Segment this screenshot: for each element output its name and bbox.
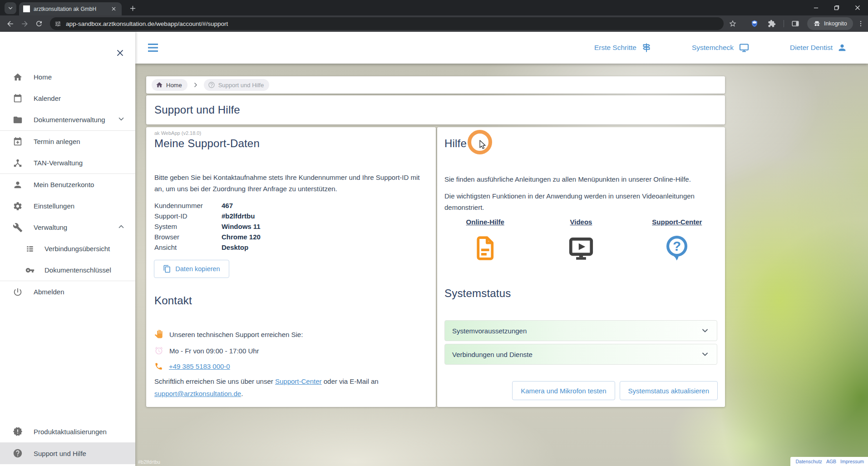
kamera-mikrofon-testen-button[interactable]: Kamera und Mikrofon testen — [512, 381, 615, 400]
breadcrumb-home[interactable]: Home — [152, 79, 187, 91]
sidebar-item-verbindungsuebersicht[interactable]: Verbindungsübersicht — [0, 238, 135, 259]
sidebar-item-label: Dokumentenschlüssel — [44, 266, 111, 274]
field-label: System — [154, 223, 222, 230]
power-icon — [13, 287, 23, 297]
erste-schritte-label: Erste Schritte — [594, 44, 636, 52]
erste-schritte-link[interactable]: Erste Schritte — [594, 42, 652, 53]
phone-link[interactable]: +49 385 5183 000-0 — [169, 362, 230, 370]
help-card: Hilfe Sie finden ausführliche Anleitunge… — [437, 127, 725, 407]
page-title-bar: Support und Hilfe — [146, 95, 725, 124]
field-label: Support-ID — [154, 212, 222, 220]
extension-shield-icon[interactable] — [749, 18, 760, 29]
list-icon — [25, 244, 35, 253]
support-center-link[interactable]: Support-Center — [629, 218, 725, 226]
written-contact-text: Schriftlich erreichen Sie uns über unser… — [154, 375, 424, 400]
sidebar-item-label: Termin anlegen — [34, 138, 80, 145]
menu-hamburger-button[interactable] — [148, 43, 159, 52]
hamburger-icon — [148, 43, 159, 52]
accordion-verbindungen-dienste[interactable]: Verbindungen und Dienste — [444, 344, 717, 365]
breadcrumb-home-label: Home — [166, 82, 182, 89]
support-data-title: Meine Support-Daten — [154, 137, 260, 150]
restore-button[interactable] — [826, 0, 847, 15]
incognito-icon — [813, 20, 821, 28]
online-hilfe-icon-button[interactable] — [437, 234, 533, 263]
home-icon — [156, 81, 163, 89]
sidebar-item-support-und-hilfe[interactable]: Support und Hilfe — [0, 442, 135, 464]
sidebar-item-benutzerkonto[interactable]: Mein Benutzerkonto — [0, 174, 135, 195]
videos-link[interactable]: Videos — [533, 218, 629, 226]
user-menu[interactable]: Dieter Dentist — [790, 43, 847, 53]
support-email-link[interactable]: support@arztkonsultation.de — [154, 390, 241, 397]
bookmark-star-icon[interactable] — [727, 18, 738, 29]
tab-search-button[interactable] — [5, 2, 16, 14]
person-icon — [837, 43, 847, 53]
breadcrumb-current-label: Support und Hilfe — [218, 82, 264, 89]
incognito-badge[interactable]: Inkognito — [807, 17, 853, 30]
question-bubble-icon: ? — [663, 234, 690, 263]
support-center-link[interactable]: Support-Center — [275, 377, 322, 385]
close-icon — [116, 49, 124, 57]
accordion-label: Verbindungen und Dienste — [452, 351, 533, 358]
new-tab-button[interactable] — [127, 3, 138, 14]
browser-menu-kebab-icon[interactable] — [855, 18, 866, 29]
forward-button[interactable] — [19, 18, 30, 29]
support-fields: Kundennummer467 Support-ID#b2lfdrtbu Sys… — [154, 200, 261, 253]
systemcheck-link[interactable]: Systemcheck — [692, 42, 750, 53]
sidebar-item-produktaktualisierungen[interactable]: Produktaktualisierungen — [0, 421, 135, 442]
sidebar-close-button[interactable] — [114, 47, 125, 58]
sidebar-item-dokumentenverwaltung[interactable]: Dokumentenverwaltung — [0, 109, 135, 130]
minimize-button[interactable] — [805, 0, 826, 15]
accordion-label: Systemvoraussetzungen — [452, 327, 527, 335]
tab-close-icon[interactable] — [110, 5, 118, 13]
breadcrumb-current: Support und Hilfe — [204, 79, 269, 91]
sidebar-item-termin-anlegen[interactable]: Termin anlegen — [0, 131, 135, 152]
back-button[interactable] — [5, 18, 15, 29]
chevron-up-icon — [117, 223, 125, 232]
wrench-icon — [13, 223, 23, 233]
app-header: Erste Schritte Systemcheck Dieter Dentis… — [135, 32, 868, 64]
sidebar-item-verwaltung[interactable]: Verwaltung — [0, 217, 135, 238]
datenschutz-link[interactable]: Datenschutz — [796, 459, 822, 464]
sidebar-item-tan-verwaltung[interactable]: TAN-Verwaltung — [0, 152, 135, 174]
help-links: Online-Hilfe Videos Support-Center — [437, 218, 725, 226]
sidebar-item-label: Produktaktualisierungen — [34, 428, 107, 436]
help-paragraph-1: Sie finden ausführliche Anleitungen zu a… — [444, 174, 717, 185]
systemcheck-label: Systemcheck — [692, 44, 734, 52]
sidebar-item-kalender[interactable]: Kalender — [0, 88, 135, 109]
home-icon — [13, 72, 23, 82]
sidebar-item-home[interactable]: Home — [0, 66, 135, 88]
sidebar-item-dokumentenschluessel[interactable]: Dokumentenschlüssel — [0, 259, 135, 281]
accordion-systemvoraussetzungen[interactable]: Systemvoraussetzungen — [444, 320, 717, 341]
tune-icon — [54, 20, 61, 27]
sidebar-item-einstellungen[interactable]: Einstellungen — [0, 195, 135, 217]
sidebar-item-abmelden[interactable]: Abmelden — [0, 281, 135, 302]
contact-row-hours: Mo - Fr von 09:00 - 17:00 Uhr — [154, 345, 259, 356]
online-hilfe-link[interactable]: Online-Hilfe — [437, 218, 533, 226]
url-bar[interactable]: app-sandbox.arztkonsultation.de/webapp/a… — [50, 17, 724, 30]
agb-link[interactable]: AGB — [826, 459, 836, 464]
impressum-link[interactable]: Impressum — [840, 459, 864, 464]
field-label: Browser — [154, 233, 222, 241]
support-center-icon-button[interactable]: ? — [629, 234, 725, 263]
browser-tab[interactable]: arztkonsultation ak GmbH — [19, 2, 122, 15]
side-panel-icon[interactable] — [790, 18, 801, 29]
page-title: Support und Hilfe — [154, 104, 240, 116]
chevron-down-icon — [700, 326, 710, 335]
reload-button[interactable] — [34, 18, 44, 29]
plus-icon — [129, 5, 136, 12]
sidebar-item-label: Einstellungen — [34, 202, 74, 210]
sidebar-item-label: Support und Hilfe — [34, 450, 86, 457]
help-paragraph-2: Die wichtigsten Funktionen in der Anwend… — [444, 190, 717, 213]
browser-toolbar: app-sandbox.arztkonsultation.de/webapp/a… — [0, 15, 868, 32]
close-window-button[interactable] — [847, 0, 868, 15]
support-id-watermark: #b2lfdrtbu — [138, 459, 160, 465]
extensions-puzzle-icon[interactable] — [766, 18, 777, 29]
app-window: Home Kalender Dokumentenverwaltung Termi… — [0, 32, 868, 466]
help-icons: ? — [437, 234, 725, 263]
systemstatus-aktualisieren-button[interactable]: Systemstatus aktualisieren — [620, 381, 718, 400]
contact-hours-text: Mo - Fr von 09:00 - 17:00 Uhr — [169, 347, 259, 355]
videos-icon-button[interactable] — [533, 234, 629, 263]
copy-data-button[interactable]: Daten kopieren — [154, 260, 229, 278]
field-row: SystemWindows 11 — [154, 221, 261, 232]
help-circle-icon — [13, 448, 23, 458]
